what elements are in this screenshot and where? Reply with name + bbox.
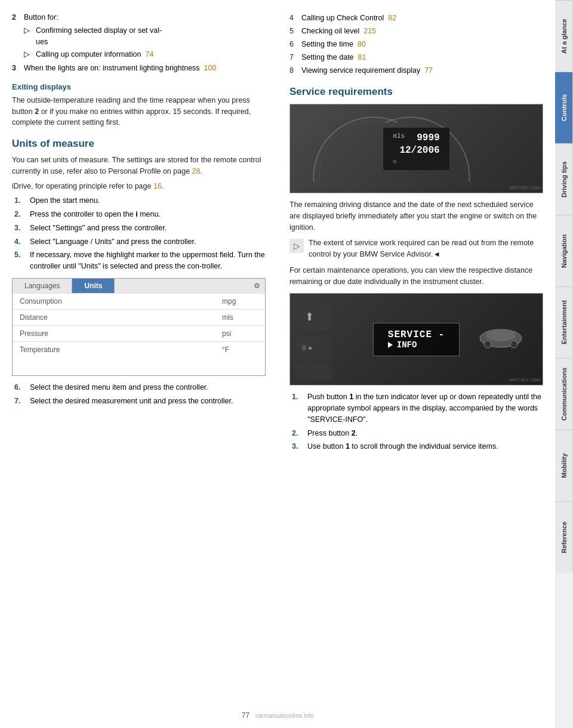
cluster-image-1: mls 9999 12/2006 ⊙ WRC300.CBM (289, 104, 543, 193)
footer-logo: carmanualsonline.info (255, 712, 313, 719)
step-2: 2. Press the controller to open the i me… (14, 209, 266, 220)
sidebar-tab-reference[interactable]: Reference (555, 501, 573, 573)
languages-tab[interactable]: Languages (13, 279, 72, 293)
step-4-num: 4. (14, 236, 26, 248)
cluster-row-1: mls 9999 (393, 132, 439, 143)
menu-6-text: Setting the time 80 (301, 38, 366, 50)
temperature-value: °F (222, 346, 258, 354)
main-content: 2 Button for: ▷ Confirming selected disp… (0, 0, 555, 728)
item-2-number: 2 (12, 12, 21, 23)
units-of-measure-section: Units of measure You can set units of me… (12, 138, 266, 406)
cluster-icons: ⊙ (393, 158, 439, 165)
cluster-icon-gear: ⊙ (393, 158, 396, 165)
menu-item-8: 8 Viewing service requirement display 77 (289, 64, 543, 76)
step-3-text: Select "Settings" and press the controll… (30, 223, 167, 234)
units-steps-2: 6. Select the desired menu item and pres… (14, 382, 266, 407)
sidebar-tab-driving-tips[interactable]: Driving tips (555, 143, 573, 215)
sidebar-tab-communications[interactable]: Communications (555, 358, 573, 430)
step-7: 7. Select the desired measurement unit a… (14, 396, 266, 407)
link-77[interactable]: 77 (424, 66, 433, 75)
note-text: The extent of service work required can … (309, 237, 543, 260)
date-display: 12/2006 (393, 145, 439, 156)
step-4-text: Select "Language / Units" and press the … (30, 236, 196, 248)
link-82[interactable]: 82 (388, 14, 396, 22)
distance-value: mls (222, 313, 258, 322)
item-2-header: 2 Button for: (12, 12, 266, 23)
cluster-image-2: ⬆ II ● SERVICE - INFO (289, 293, 543, 385)
item-3-number: 3 (12, 63, 21, 74)
step-7-num: 7. (14, 396, 26, 407)
sidebar-tab-at-a-glance[interactable]: At a glance (555, 0, 573, 72)
step-6: 6. Select the desired menu item and pres… (14, 382, 266, 393)
service-note: ▷ The extent of service work required ca… (289, 237, 543, 260)
service-para-2: For certain maintenance operations, you … (289, 265, 543, 288)
service-step-2: 2. Press button 2. (292, 428, 543, 439)
service-step-3-text: Use button 1 to scroll through the indiv… (307, 441, 498, 452)
menu-7-text: Setting the date 81 (301, 51, 366, 63)
sidebar-tab-mobility[interactable]: Mobility (555, 430, 573, 501)
watermark-2: WRC302.CBM (509, 377, 540, 382)
menu-4-text: Calling up Check Control 82 (301, 12, 396, 24)
menu-7-num: 7 (289, 51, 298, 63)
link-100[interactable]: 100 (204, 64, 217, 72)
item-3-block: 3 When the lights are on: instrument lig… (12, 63, 266, 74)
step-3-num: 3. (14, 223, 26, 234)
note-arrow-icon: ▷ (289, 239, 304, 253)
menu-6-num: 6 (289, 38, 298, 50)
pressure-label: Pressure (20, 329, 222, 338)
sidebar-tab-entertainment[interactable]: Entertainment (555, 286, 573, 358)
svg-rect-0 (296, 306, 332, 329)
menu-8-num: 8 (289, 64, 298, 76)
distance-row: Distance mls (13, 309, 265, 325)
step-1-text: Open the start menu. (30, 195, 100, 206)
service-step-1-text: Push button 1 in the turn indicator leve… (307, 391, 543, 425)
step-5: 5. If necessary, move the highlight mark… (14, 249, 266, 272)
step-3: 3. Select "Settings" and press the contr… (14, 223, 266, 234)
sidebar-tab-navigation[interactable]: Navigation (555, 215, 573, 286)
units-intro-2: iDrive, for operating principle refer to… (12, 181, 266, 192)
item-2-block: 2 Button for: ▷ Confirming selected disp… (12, 12, 266, 60)
svg-text:II ●: II ● (302, 344, 312, 352)
menu-5-text: Checking oil level 215 (301, 25, 376, 37)
temperature-row: Temperature °F (13, 341, 265, 357)
two-col-layout: 2 Button for: ▷ Confirming selected disp… (12, 12, 543, 707)
service-step-2-text: Press button 2. (307, 428, 358, 439)
service-para-1: The remaining driving distance and the d… (289, 199, 543, 233)
bullet-2: ▷ Calling up computer information 74 (24, 49, 266, 60)
consumption-value: mpg (222, 297, 258, 306)
watermark-1: WRC300.CBM (509, 185, 540, 190)
link-28[interactable]: 28 (192, 167, 201, 175)
link-80[interactable]: 80 (358, 40, 366, 48)
page-number: 77 (242, 711, 249, 720)
service-step-2-num: 2. (292, 428, 304, 439)
menu-item-6: 6 Setting the time 80 (289, 38, 543, 50)
link-16[interactable]: 16 (153, 182, 162, 190)
link-74[interactable]: 74 (145, 50, 153, 58)
consumption-row: Consumption mpg (13, 293, 265, 309)
units-tab[interactable]: Units (72, 279, 115, 293)
link-81[interactable]: 81 (358, 53, 366, 61)
menu-4-num: 4 (289, 12, 298, 24)
step-6-text: Select the desired menu item and press t… (30, 382, 208, 393)
consumption-label: Consumption (20, 297, 222, 306)
menu-item-4: 4 Calling up Check Control 82 (289, 12, 543, 24)
units-of-measure-title: Units of measure (12, 138, 266, 150)
temperature-label: Temperature (20, 346, 222, 354)
service-requirements-title: Service requirements (289, 86, 543, 98)
sidebar-tab-controls[interactable]: Controls (555, 72, 573, 143)
svg-rect-1 (296, 335, 332, 359)
units-table-header: Languages Units ⚙ (13, 279, 265, 293)
step-5-num: 5. (14, 249, 26, 272)
svg-point-7 (484, 341, 491, 348)
step-1: 1. Open the start menu. (14, 195, 266, 206)
link-215[interactable]: 215 (363, 27, 376, 35)
step-2-text: Press the controller to open the i menu. (30, 209, 161, 220)
exiting-displays-title: Exiting displays (12, 82, 266, 91)
menu-item-7: 7 Setting the date 81 (289, 51, 543, 63)
bullet-icon-2: ▷ (24, 49, 33, 60)
bullet-icon: ▷ (24, 25, 33, 48)
cluster-display-1: mls 9999 12/2006 ⊙ (383, 128, 449, 170)
item-3-text: When the lights are on: instrument light… (24, 63, 216, 74)
step-7-text: Select the desired measurement unit and … (30, 396, 233, 407)
units-steps-1: 1. Open the start menu. 2. Press the con… (14, 195, 266, 272)
